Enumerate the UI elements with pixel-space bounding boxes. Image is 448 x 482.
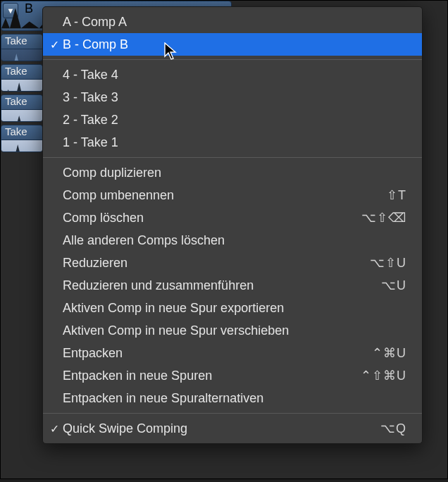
shortcut: ⌥⇧U bbox=[370, 255, 406, 271]
menu-item-label: Comp umbenennen bbox=[63, 188, 374, 203]
menu-item-comp-rename[interactable]: Comp umbenennen ⇧T bbox=[43, 184, 422, 206]
shortcut: ⌃⌘U bbox=[372, 345, 406, 361]
take-label: Take bbox=[5, 95, 27, 107]
menu-item-label: 3 - Take 3 bbox=[63, 90, 406, 105]
menu-item-label: 4 - Take 4 bbox=[63, 68, 406, 82]
menu-item-label: Entpacken in neue Spuren bbox=[63, 369, 348, 383]
menu-item-label: 1 - Take 1 bbox=[63, 135, 406, 150]
menu-item-unpack-alternatives[interactable]: Entpacken in neue Spuralternativen bbox=[43, 387, 422, 409]
take-folder-menu: A - Comp A ✓ B - Comp B 4 - Take 4 3 - T… bbox=[42, 6, 423, 444]
menu-separator bbox=[43, 413, 422, 414]
menu-item-take-2[interactable]: 2 - Take 2 bbox=[43, 109, 422, 131]
menu-item-label: 2 - Take 2 bbox=[63, 113, 406, 128]
menu-item-quick-swipe-comping[interactable]: ✓ Quick Swipe Comping ⌥Q bbox=[43, 417, 422, 440]
menu-item-move-comp[interactable]: Aktiven Comp in neue Spur verschieben bbox=[43, 319, 422, 342]
menu-item-label: Aktiven Comp in neue Spur exportieren bbox=[63, 301, 394, 316]
take-lane[interactable]: Take bbox=[1, 94, 43, 122]
menu-item-comp-a[interactable]: A - Comp A bbox=[43, 11, 422, 33]
take-label: Take bbox=[5, 65, 27, 77]
menu-item-label: B - Comp B bbox=[63, 37, 406, 52]
check-icon: ✓ bbox=[48, 422, 61, 435]
shortcut: ⌥U bbox=[381, 278, 406, 293]
menu-item-delete-other-comps[interactable]: Alle anderen Comps löschen bbox=[43, 229, 422, 252]
menu-item-label: Comp löschen bbox=[63, 211, 349, 225]
waveform-icon bbox=[1, 140, 42, 152]
menu-item-comp-delete[interactable]: Comp löschen ⌥⇧⌫ bbox=[43, 206, 422, 229]
take-lane[interactable]: Take bbox=[1, 64, 43, 92]
waveform-icon bbox=[1, 110, 42, 122]
take-label: Take bbox=[5, 35, 27, 47]
menu-item-flatten-merge[interactable]: Reduzieren und zusammenführen ⌥U bbox=[43, 274, 422, 297]
menu-item-label: Entpacken bbox=[63, 346, 359, 361]
menu-item-comp-duplicate[interactable]: Comp duplizieren bbox=[43, 161, 422, 184]
take-lane[interactable]: Take bbox=[1, 34, 43, 61]
menu-item-take-3[interactable]: 3 - Take 3 bbox=[43, 86, 422, 109]
menu-item-label: Quick Swipe Comping bbox=[63, 421, 368, 436]
check-icon: ✓ bbox=[48, 38, 61, 51]
menu-separator bbox=[43, 157, 422, 158]
menu-item-label: Entpacken in neue Spuralternativen bbox=[63, 391, 394, 406]
menu-item-export-comp[interactable]: Aktiven Comp in neue Spur exportieren bbox=[43, 297, 422, 319]
waveform-icon bbox=[1, 80, 42, 92]
menu-separator bbox=[43, 59, 422, 60]
shortcut: ⌃⇧⌘U bbox=[361, 368, 406, 383]
menu-item-label: Comp duplizieren bbox=[63, 166, 394, 180]
menu-item-comp-b[interactable]: ✓ B - Comp B bbox=[43, 33, 422, 56]
menu-item-label: Alle anderen Comps löschen bbox=[63, 233, 394, 248]
menu-item-label: Reduzieren und zusammenführen bbox=[63, 278, 368, 293]
menu-item-unpack[interactable]: Entpacken ⌃⌘U bbox=[43, 342, 422, 364]
menu-item-flatten[interactable]: Reduzieren ⌥⇧U bbox=[43, 252, 422, 274]
menu-item-unpack-new-tracks[interactable]: Entpacken in neue Spuren ⌃⇧⌘U bbox=[43, 364, 422, 387]
menu-item-label: Aktiven Comp in neue Spur verschieben bbox=[63, 323, 394, 338]
shortcut: ⌥⇧⌫ bbox=[361, 210, 406, 225]
shortcut: ⇧T bbox=[387, 187, 406, 203]
take-label: Take bbox=[5, 125, 27, 137]
take-lane[interactable]: Take bbox=[1, 125, 43, 152]
menu-item-label: A - Comp A bbox=[63, 15, 406, 30]
menu-item-take-1[interactable]: 1 - Take 1 bbox=[43, 131, 422, 154]
shortcut: ⌥Q bbox=[380, 421, 406, 436]
menu-item-take-4[interactable]: 4 - Take 4 bbox=[43, 63, 422, 86]
waveform-icon bbox=[1, 49, 42, 61]
menu-item-label: Reduzieren bbox=[63, 256, 357, 271]
